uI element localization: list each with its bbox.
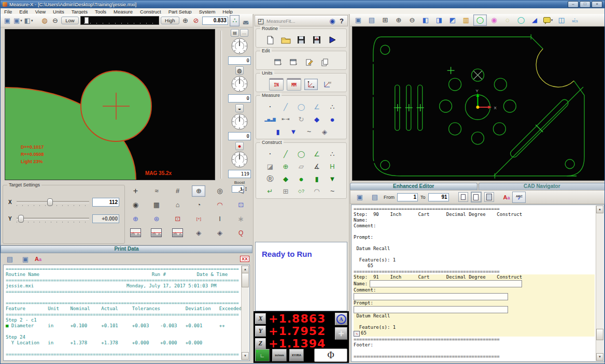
open-routine-icon[interactable] bbox=[279, 35, 292, 45]
measure-scale-icon[interactable]: ⇤⇥ bbox=[279, 114, 292, 124]
spell-check-button[interactable]: ABC✓ bbox=[512, 192, 526, 203]
zoom-out-icon[interactable]: ⊖ bbox=[406, 15, 418, 25]
ring-light-dial-icon[interactable]: ◍ bbox=[235, 66, 244, 75]
starburst-icon[interactable]: ∗ bbox=[235, 214, 247, 224]
copy-report-icon[interactable]: ▣ bbox=[19, 254, 32, 264]
edit-step-icon[interactable] bbox=[303, 57, 315, 67]
grid-target-icon[interactable]: ▦ bbox=[150, 200, 163, 210]
view-compact-button[interactable] bbox=[458, 192, 468, 202]
datum-button[interactable]: ∟ bbox=[255, 349, 270, 361]
target-y-slider[interactable] bbox=[17, 217, 89, 220]
measure-cylinder-icon[interactable]: ▮ bbox=[272, 126, 284, 137]
context-help-icon[interactable]: ? bbox=[338, 16, 345, 26]
editor-scroll-down-icon[interactable]: ▼ bbox=[596, 353, 603, 361]
menu-units[interactable]: Units bbox=[49, 9, 68, 14]
units-inch-button[interactable]: IN bbox=[269, 78, 284, 91]
profile-thumb-3-icon[interactable] bbox=[172, 228, 184, 238]
construct-plane-icon[interactable]: ◪ bbox=[264, 161, 276, 171]
rotated-target-icon[interactable]: ◔ bbox=[192, 200, 205, 210]
to-input[interactable] bbox=[428, 193, 449, 201]
pointer-target-icon[interactable]: ◁ bbox=[235, 186, 247, 196]
measure-cone-icon[interactable]: ▼ bbox=[287, 126, 300, 137]
scroll-thumb[interactable] bbox=[242, 273, 249, 287]
menu-part-setup[interactable]: Part Setup bbox=[165, 9, 195, 14]
construct-sphere-icon[interactable]: ● bbox=[295, 173, 307, 184]
coax-light-dial[interactable] bbox=[231, 151, 248, 169]
measure-point-icon[interactable]: · bbox=[264, 101, 276, 112]
editor-scrollbar[interactable]: ▲ ▼ bbox=[596, 206, 603, 361]
measure-line-icon[interactable]: ╱ bbox=[279, 101, 292, 112]
report-close-button[interactable]: XX bbox=[240, 256, 249, 262]
magnify-minus-icon[interactable]: ⊖ bbox=[51, 16, 60, 26]
tab-cad-navigator[interactable]: CAD Navigator bbox=[479, 183, 605, 190]
zoom-window-icon[interactable]: ⊞ bbox=[379, 15, 391, 25]
construct-target-icon[interactable]: ⊕ bbox=[279, 161, 292, 171]
run-routine-icon[interactable] bbox=[326, 35, 339, 45]
print-scrollbar[interactable]: ▲ ▼ bbox=[241, 266, 249, 360]
caliper-icon[interactable]: I bbox=[214, 214, 226, 224]
measure-plane-icon[interactable]: ◆ bbox=[311, 114, 323, 124]
construct-line-icon[interactable]: ╱ bbox=[279, 149, 292, 159]
cad-print-icon[interactable]: ▤ bbox=[365, 15, 378, 25]
zero-axes-button[interactable]: Φ bbox=[314, 348, 347, 362]
video-settings-icon[interactable]: ◛ bbox=[241, 16, 250, 26]
bullseye-target-icon[interactable]: ◉ bbox=[129, 200, 142, 210]
units-polar-button[interactable]: xyz bbox=[321, 79, 333, 90]
construct-reference-icon[interactable]: Ⓡ bbox=[264, 173, 276, 184]
zoom-in-icon[interactable]: ⊕ bbox=[392, 15, 405, 25]
menu-measure[interactable]: Measure bbox=[110, 9, 136, 14]
step-field-input[interactable] bbox=[370, 280, 522, 287]
menu-help[interactable]: Help bbox=[219, 9, 236, 14]
arch-target-icon[interactable]: ⌂ bbox=[172, 200, 184, 210]
target-y-input[interactable] bbox=[92, 214, 119, 223]
coax-light-dial-icon[interactable]: ● bbox=[235, 142, 244, 150]
cad-view[interactable]: Y X bbox=[352, 26, 605, 181]
view-normal-button[interactable] bbox=[471, 192, 482, 202]
measurefit-header[interactable]: ◰ MeasureFit... ◉ ? bbox=[255, 15, 348, 26]
measure-angle-icon[interactable]: ∠ bbox=[311, 101, 323, 112]
scroll-down-icon[interactable]: ▼ bbox=[242, 352, 249, 360]
ring-light-dial-value[interactable] bbox=[228, 94, 251, 103]
coord-toggle-button[interactable]: XY/RA bbox=[289, 349, 304, 361]
save-routine-icon[interactable] bbox=[295, 35, 307, 45]
copy-image-menu-icon[interactable]: ▣▾ bbox=[13, 16, 23, 26]
copy-steps-icon[interactable] bbox=[318, 57, 331, 67]
construct-point-icon[interactable]: · bbox=[264, 149, 276, 159]
target-x-input[interactable] bbox=[92, 198, 119, 207]
magnify-plus-icon[interactable]: ⊕ bbox=[181, 16, 190, 26]
construct-dome-icon[interactable]: ◠ bbox=[311, 186, 323, 196]
target-x-slider[interactable] bbox=[17, 201, 89, 203]
grid-crosshair-target-icon[interactable]: # bbox=[172, 186, 184, 196]
menu-tools[interactable]: Tools bbox=[91, 9, 110, 14]
copy-image-icon[interactable]: ▣ bbox=[3, 16, 12, 26]
report-font-button[interactable]: Aa bbox=[35, 256, 41, 262]
annotation-icon[interactable]: ▾ bbox=[542, 15, 554, 25]
back-light-dial-value[interactable] bbox=[228, 132, 251, 140]
donut-target-icon[interactable]: ◎ bbox=[214, 186, 226, 196]
octagon-target-2-icon[interactable]: ◈ bbox=[214, 228, 226, 238]
construct-skew-icon[interactable]: ▱ bbox=[295, 161, 307, 171]
measure-histogram-icon[interactable]: ▂▅▃▇ bbox=[264, 114, 276, 124]
editor-copy-icon[interactable]: ▣ bbox=[354, 192, 366, 202]
construct-offset-line-icon[interactable]: ∴ bbox=[326, 149, 339, 159]
construct-rotation-icon[interactable]: ∡ bbox=[311, 161, 323, 171]
print-report-icon[interactable]: ▤ bbox=[4, 254, 16, 264]
measure-sphere-icon[interactable]: ● bbox=[326, 114, 339, 124]
minimize-button[interactable]: – bbox=[568, 1, 579, 8]
construct-circle-icon[interactable]: ◯ bbox=[295, 149, 307, 159]
view-full-button[interactable] bbox=[484, 192, 494, 202]
menu-file[interactable]: File bbox=[1, 9, 16, 14]
menu-edit[interactable]: Edit bbox=[16, 9, 31, 14]
menu-view[interactable]: View bbox=[32, 9, 49, 14]
scroll-up-icon[interactable]: ▲ bbox=[242, 266, 249, 273]
palette-icon[interactable]: ◍ bbox=[40, 16, 49, 26]
light-printer-icon[interactable]: ▤ bbox=[231, 29, 239, 37]
tab-enhanced-editor[interactable]: Enhanced Editor bbox=[350, 183, 477, 190]
point-target-icon[interactable]: ◉ bbox=[488, 15, 500, 25]
feature-recall-icon[interactable]: ↘ bbox=[354, 331, 360, 337]
rgb-mode-icon[interactable]: ∴ bbox=[230, 15, 240, 26]
construct-plane2-icon[interactable]: ◆ bbox=[279, 173, 292, 184]
dashed-circle-icon[interactable]: ◌ bbox=[501, 15, 514, 25]
circle-target-icon[interactable]: ⊕ bbox=[192, 185, 205, 197]
maximize-button[interactable]: □ bbox=[580, 1, 590, 8]
